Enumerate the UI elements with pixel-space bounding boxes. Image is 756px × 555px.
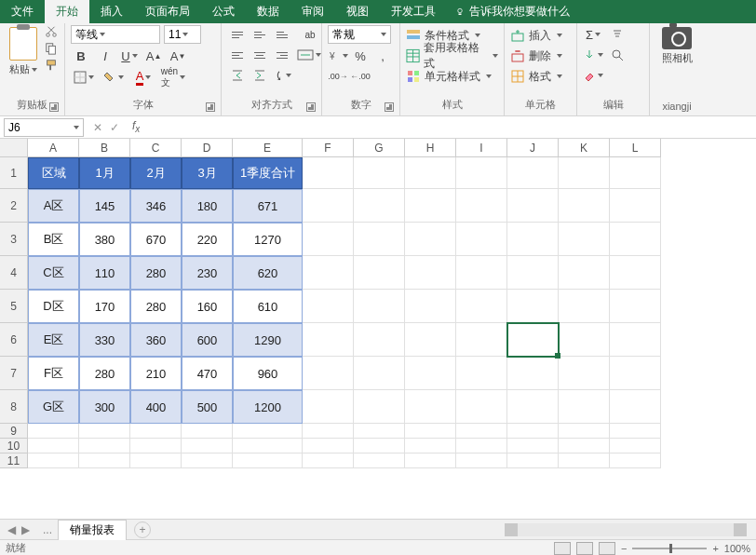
- table-data-cell[interactable]: 210: [130, 357, 182, 390]
- cell[interactable]: [456, 323, 507, 357]
- name-box[interactable]: J6: [4, 118, 84, 137]
- dialog-icon[interactable]: [306, 102, 316, 112]
- cell[interactable]: [405, 424, 456, 439]
- cell[interactable]: [303, 290, 354, 323]
- row-header[interactable]: 10: [0, 439, 28, 453]
- fx-icon[interactable]: fx: [132, 119, 140, 134]
- tell-me[interactable]: 告诉我你想要做什么: [454, 4, 570, 20]
- zoom-slider[interactable]: [632, 548, 707, 549]
- cell[interactable]: [559, 223, 610, 256]
- tab-review[interactable]: 审阅: [290, 0, 335, 23]
- cell[interactable]: [456, 439, 507, 453]
- cell[interactable]: [303, 256, 354, 290]
- table-data-cell[interactable]: 230: [182, 256, 233, 290]
- cell[interactable]: [354, 256, 405, 290]
- cell[interactable]: [354, 323, 405, 357]
- cell[interactable]: [354, 157, 405, 189]
- cell[interactable]: [303, 189, 354, 223]
- number-format-select[interactable]: 常规: [328, 25, 391, 44]
- font-name-select[interactable]: 等线: [71, 25, 160, 44]
- table-data-cell[interactable]: 280: [130, 256, 182, 290]
- italic-button[interactable]: I: [95, 47, 115, 65]
- zoom-out-button[interactable]: −: [621, 543, 627, 554]
- cell[interactable]: [354, 390, 405, 424]
- tab-file[interactable]: 文件: [0, 0, 45, 23]
- table-data-cell[interactable]: 360: [130, 323, 182, 357]
- col-header[interactable]: C: [130, 139, 182, 157]
- paste-button[interactable]: 粘贴: [6, 25, 41, 78]
- insert-cells-button[interactable]: 插入: [510, 25, 571, 46]
- cell[interactable]: [79, 453, 130, 468]
- cell[interactable]: [456, 223, 507, 256]
- cell[interactable]: [610, 290, 661, 323]
- cell[interactable]: [405, 256, 456, 290]
- cell[interactable]: [405, 290, 456, 323]
- view-normal-button[interactable]: [554, 542, 571, 555]
- cell[interactable]: [507, 453, 559, 468]
- cell[interactable]: [456, 157, 507, 189]
- cell[interactable]: [405, 323, 456, 357]
- col-header[interactable]: A: [28, 139, 79, 157]
- cell[interactable]: [507, 290, 559, 323]
- cell[interactable]: [405, 223, 456, 256]
- cancel-formula-button[interactable]: ✕: [93, 121, 102, 134]
- cell[interactable]: [610, 453, 661, 468]
- cell[interactable]: [405, 157, 456, 189]
- table-data-cell[interactable]: 160: [182, 290, 233, 323]
- cell[interactable]: [405, 189, 456, 223]
- cell[interactable]: [559, 157, 610, 189]
- percent-button[interactable]: %: [350, 47, 371, 65]
- cell[interactable]: [456, 189, 507, 223]
- cell[interactable]: [507, 256, 559, 290]
- table-data-cell[interactable]: 470: [182, 357, 233, 390]
- cell[interactable]: [559, 439, 610, 453]
- table-data-cell[interactable]: 610: [233, 290, 303, 323]
- borders-button[interactable]: [71, 68, 97, 87]
- table-header-cell[interactable]: 区域: [28, 157, 79, 189]
- col-header[interactable]: D: [182, 139, 233, 157]
- fill-color-button[interactable]: [101, 68, 127, 87]
- tab-home[interactable]: 开始: [45, 0, 89, 23]
- tab-formulas[interactable]: 公式: [201, 0, 246, 23]
- table-data-cell[interactable]: 280: [130, 290, 182, 323]
- cell[interactable]: [354, 189, 405, 223]
- delete-cells-button[interactable]: 删除: [510, 46, 571, 66]
- cell[interactable]: [130, 424, 182, 439]
- cell[interactable]: [182, 424, 233, 439]
- clear-button[interactable]: [583, 66, 603, 85]
- col-header[interactable]: K: [559, 139, 610, 157]
- cell[interactable]: [130, 453, 182, 468]
- col-header[interactable]: J: [507, 139, 559, 157]
- cell[interactable]: [28, 453, 79, 468]
- cell[interactable]: [303, 157, 354, 189]
- cell[interactable]: [303, 323, 354, 357]
- cell[interactable]: [610, 390, 661, 424]
- table-data-cell[interactable]: 671: [233, 189, 303, 223]
- cell[interactable]: [79, 439, 130, 453]
- enter-formula-button[interactable]: ✓: [110, 121, 119, 134]
- table-data-cell[interactable]: 110: [79, 256, 130, 290]
- row-header[interactable]: 11: [0, 453, 28, 468]
- col-header[interactable]: L: [610, 139, 661, 157]
- table-data-cell[interactable]: 300: [79, 390, 130, 424]
- cell[interactable]: [233, 424, 303, 439]
- tab-view[interactable]: 视图: [335, 0, 380, 23]
- table-data-cell[interactable]: 380: [79, 223, 130, 256]
- select-all-corner[interactable]: [0, 139, 28, 157]
- cell[interactable]: [303, 223, 354, 256]
- cell[interactable]: [456, 453, 507, 468]
- cell[interactable]: [354, 424, 405, 439]
- cell[interactable]: [354, 223, 405, 256]
- format-painter-icon[interactable]: [45, 59, 58, 72]
- cell[interactable]: [507, 357, 559, 390]
- table-header-cell[interactable]: 1季度合计: [233, 157, 303, 189]
- table-data-cell[interactable]: B区: [28, 223, 79, 256]
- table-data-cell[interactable]: C区: [28, 256, 79, 290]
- cell[interactable]: [610, 424, 661, 439]
- row-header[interactable]: 7: [0, 357, 28, 390]
- cell[interactable]: [182, 439, 233, 453]
- cell[interactable]: [610, 439, 661, 453]
- table-data-cell[interactable]: 346: [130, 189, 182, 223]
- tab-page-layout[interactable]: 页面布局: [134, 0, 201, 23]
- cell[interactable]: [456, 357, 507, 390]
